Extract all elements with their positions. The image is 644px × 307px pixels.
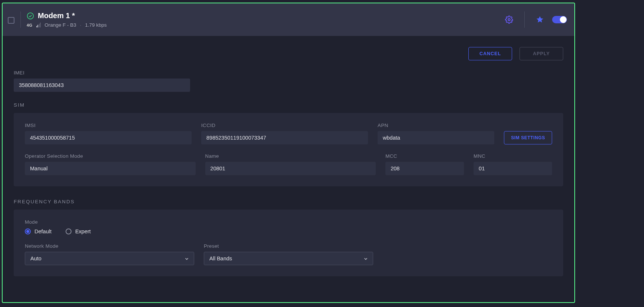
carrier-band: Orange F - B3	[44, 22, 76, 28]
mode-radio-expert-label: Expert	[75, 228, 91, 234]
mode-radio-expert[interactable]: Expert	[66, 228, 91, 234]
operator-mode-value: Manual	[25, 162, 196, 175]
modem-enable-toggle[interactable]	[552, 16, 567, 23]
select-modem-checkbox[interactable]	[8, 17, 14, 24]
mcc-label: MCC	[385, 153, 464, 159]
sim-panel: IMSI 454351000058715 ICCID 8985235011910…	[14, 113, 563, 186]
sim-section-label: SIM	[14, 102, 563, 108]
name-label: Name	[205, 153, 376, 159]
mnc-label: MNC	[474, 153, 552, 159]
network-mode-label: Network Mode	[25, 243, 194, 249]
chevron-down-icon	[363, 256, 368, 261]
network-mode-field: Network Mode Auto	[25, 243, 194, 265]
apn-label: APN	[378, 123, 494, 128]
network-tech-badge: 4G	[27, 23, 33, 27]
iccid-label: ICCID	[201, 123, 368, 128]
modem-header: Modem 1 * 4G Orange F - B3 · 1.79 kbps	[3, 3, 574, 36]
name-value: 20801	[205, 162, 376, 175]
imsi-field: IMSI 454351000058715	[25, 123, 192, 144]
imei-block: IMEI 358088081163043	[14, 70, 563, 92]
svg-point-0	[27, 13, 34, 19]
modem-title: Modem 1 *	[38, 11, 75, 20]
modem-config-panel: Modem 1 * 4G Orange F - B3 · 1.79 kbps	[2, 3, 575, 303]
imei-value: 358088081163043	[14, 79, 190, 92]
preset-label: Preset	[204, 243, 373, 249]
imei-label: IMEI	[14, 70, 563, 76]
sim-settings-wrap: SIM SETTINGS	[504, 131, 552, 144]
mcc-value: 208	[385, 162, 464, 175]
name-field: Name 20801	[205, 153, 376, 175]
chevron-down-icon	[184, 256, 189, 261]
mnc-field: MNC 01	[474, 153, 552, 175]
separator-dot: ·	[80, 22, 82, 28]
operator-mode-field: Operator Selection Mode Manual	[25, 153, 196, 175]
modem-header-info: Modem 1 * 4G Orange F - B3 · 1.79 kbps	[27, 11, 505, 28]
preset-field: Preset All Bands	[204, 243, 373, 265]
network-mode-select[interactable]: Auto	[25, 252, 194, 265]
divider	[524, 11, 525, 28]
apn-field: APN wbdata	[378, 123, 494, 144]
iccid-value: 89852350119100073347	[201, 131, 368, 144]
modem-config-body: CANCEL APPLY IMEI 358088081163043 SIM IM…	[3, 36, 574, 287]
mode-radio-default-label: Default	[34, 228, 52, 234]
operator-mode-label: Operator Selection Mode	[25, 153, 196, 159]
mode-field: Mode Default Expert	[25, 219, 552, 234]
frequency-bands-panel: Mode Default Expert Network Mode	[14, 210, 563, 276]
favorite-star-icon[interactable]	[536, 16, 544, 24]
toggle-knob	[560, 16, 567, 23]
radio-dot-icon	[66, 228, 72, 234]
apply-button[interactable]: APPLY	[519, 47, 563, 60]
freq-section-label: FREQUENCY BANDS	[14, 199, 563, 204]
imsi-label: IMSI	[25, 123, 192, 128]
radio-dot-icon	[25, 228, 31, 234]
action-buttons: CANCEL APPLY	[14, 47, 563, 60]
preset-select[interactable]: All Bands	[204, 252, 373, 265]
settings-gear-icon[interactable]	[505, 16, 513, 24]
preset-value: All Bands	[209, 256, 232, 261]
status-ok-icon	[27, 12, 34, 20]
imsi-value: 454351000058715	[25, 131, 192, 144]
mode-label: Mode	[25, 219, 552, 225]
data-rate: 1.79 kbps	[85, 22, 107, 28]
signal-strength-icon	[36, 23, 41, 27]
network-mode-value: Auto	[30, 256, 42, 261]
apn-value: wbdata	[378, 131, 494, 144]
divider	[20, 11, 21, 28]
mcc-field: MCC 208	[385, 153, 464, 175]
svg-point-1	[508, 19, 510, 21]
iccid-field: ICCID 89852350119100073347	[201, 123, 368, 144]
cancel-button[interactable]: CANCEL	[468, 47, 512, 60]
sim-settings-button[interactable]: SIM SETTINGS	[504, 131, 552, 144]
mode-radio-default[interactable]: Default	[25, 228, 52, 234]
mnc-value: 01	[474, 162, 552, 175]
